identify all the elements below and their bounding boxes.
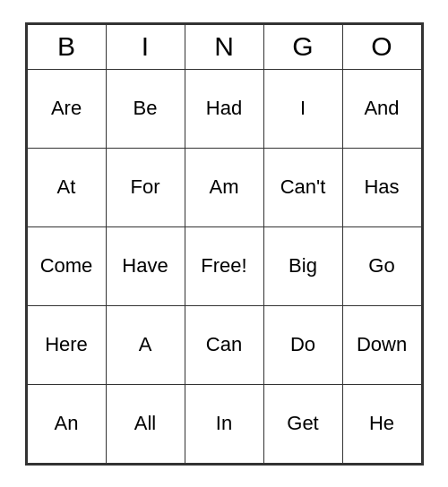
bingo-card: B I N G O AreBeHadIAndAtForAmCan'tHasCom… xyxy=(25,22,424,466)
cell-r2-c4: Go xyxy=(342,226,421,305)
col-n: N xyxy=(185,24,263,69)
table-row: AtForAmCan'tHas xyxy=(27,148,421,226)
cell-r1-c2: Am xyxy=(185,148,263,226)
cell-r2-c0: Come xyxy=(27,226,106,305)
col-b: B xyxy=(27,24,106,69)
cell-r0-c2: Had xyxy=(185,69,263,148)
bingo-table: B I N G O AreBeHadIAndAtForAmCan'tHasCom… xyxy=(27,24,422,464)
cell-r4-c1: All xyxy=(106,384,185,463)
cell-r4-c2: In xyxy=(185,384,263,463)
cell-r1-c3: Can't xyxy=(263,148,342,226)
table-row: ComeHaveFree!BigGo xyxy=(27,226,421,305)
cell-r2-c3: Big xyxy=(263,226,342,305)
cell-r0-c4: And xyxy=(342,69,421,148)
table-row: HereACanDoDown xyxy=(27,305,421,384)
cell-r3-c1: A xyxy=(106,305,185,384)
cell-r3-c3: Do xyxy=(263,305,342,384)
cell-r2-c1: Have xyxy=(106,226,185,305)
cell-r0-c0: Are xyxy=(27,69,106,148)
cell-r3-c4: Down xyxy=(342,305,421,384)
col-g: G xyxy=(263,24,342,69)
cell-r1-c4: Has xyxy=(342,148,421,226)
cell-r0-c3: I xyxy=(263,69,342,148)
header-row: B I N G O xyxy=(27,24,421,69)
table-row: AreBeHadIAnd xyxy=(27,69,421,148)
col-o: O xyxy=(342,24,421,69)
table-row: AnAllInGetHe xyxy=(27,384,421,463)
col-i: I xyxy=(106,24,185,69)
cell-r1-c1: For xyxy=(106,148,185,226)
cell-r4-c3: Get xyxy=(263,384,342,463)
cell-r4-c0: An xyxy=(27,384,106,463)
cell-r3-c0: Here xyxy=(27,305,106,384)
cell-r1-c0: At xyxy=(27,148,106,226)
cell-r0-c1: Be xyxy=(106,69,185,148)
cell-r2-c2: Free! xyxy=(185,226,263,305)
cell-r4-c4: He xyxy=(342,384,421,463)
cell-r3-c2: Can xyxy=(185,305,263,384)
